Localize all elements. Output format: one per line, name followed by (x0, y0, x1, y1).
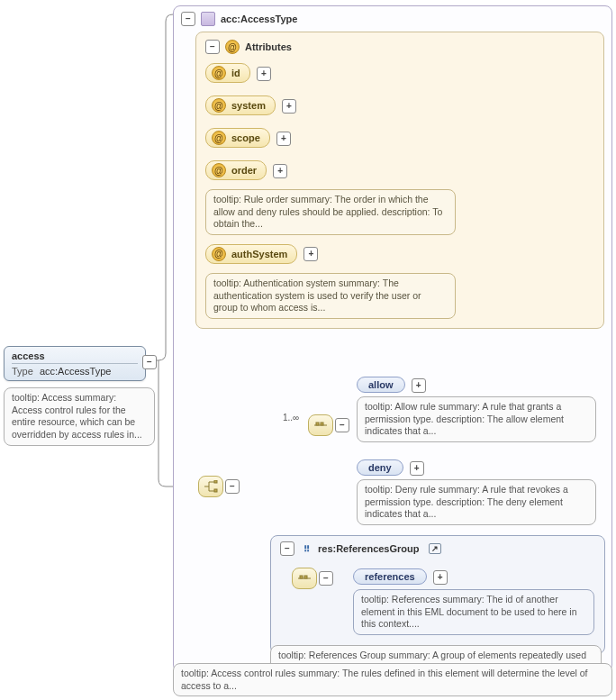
refgroup-title: res:ReferencesGroup (318, 543, 420, 554)
expand-icon[interactable]: + (273, 164, 287, 178)
expand-icon[interactable]: + (412, 378, 426, 393)
element-allow[interactable]: allow (357, 377, 405, 393)
tooltip-authsystem: tooltip: Authentication system summary: … (205, 273, 456, 319)
tooltip-accesstype: tooltip: Access control rules summary: T… (173, 663, 612, 696)
attribute-icon: @ (212, 131, 226, 145)
attr-chip[interactable]: @ scope (205, 128, 270, 148)
attributes-header: Attributes (245, 41, 292, 52)
attr-chip[interactable]: @ order (205, 160, 267, 180)
attribute-icon: @ (212, 66, 226, 80)
attribute-icon: @ (212, 98, 226, 113)
sequence-compositor[interactable] (292, 568, 317, 589)
svg-rect-0 (214, 480, 217, 483)
attribute-system: @ system + (205, 95, 594, 119)
element-deny[interactable]: deny (357, 459, 403, 476)
element-references[interactable]: references (353, 568, 427, 585)
tooltip-access: tooltip: Access summary: Access control … (4, 387, 155, 446)
tooltip-order: tooltip: Rule order summary: The order i… (205, 189, 456, 235)
choice-compositor[interactable] (198, 476, 223, 497)
attr-name: order (231, 165, 257, 176)
svg-rect-1 (214, 489, 217, 492)
attribute-group-icon: @ (225, 40, 240, 54)
expand-icon[interactable]: + (276, 132, 291, 146)
expand-icon[interactable]: + (257, 67, 271, 81)
collapse-icon[interactable]: − (335, 418, 349, 432)
el-name: allow (368, 379, 394, 390)
svg-rect-2 (316, 423, 319, 425)
complextype-icon (201, 12, 215, 26)
collapse-icon[interactable]: − (205, 40, 220, 54)
expand-icon[interactable]: + (433, 570, 448, 585)
collapse-icon[interactable]: − (319, 571, 333, 586)
group-icon: ⠿ (300, 542, 313, 555)
attr-name: authSystem (231, 249, 287, 259)
type-value: acc:AccessType (40, 366, 111, 377)
panel-title: acc:AccessType (221, 14, 297, 24)
sequence-compositor[interactable] (308, 414, 333, 436)
element-access[interactable]: access Type acc:AccessType (4, 346, 146, 381)
attribute-order: @ order + (205, 160, 594, 184)
collapse-icon[interactable]: − (225, 479, 240, 494)
collapse-icon[interactable]: − (280, 541, 294, 556)
svg-rect-5 (304, 576, 307, 578)
attribute-scope: @ scope + (205, 128, 594, 151)
tooltip-deny: tooltip: Deny rule summary: A rule that … (357, 479, 596, 525)
attribute-icon: @ (212, 163, 226, 177)
attribute-id: @ id + (205, 63, 594, 86)
attribute-icon: @ (212, 247, 226, 261)
collapse-icon[interactable]: − (181, 12, 195, 26)
attr-chip[interactable]: @ authSystem (205, 244, 297, 264)
tooltip-allow: tooltip: Allow rule summary: A rule that… (357, 396, 596, 442)
attr-name: scope (231, 132, 260, 143)
svg-rect-3 (321, 423, 323, 425)
occurrence-label: 1..∞ (283, 413, 299, 423)
collapse-icon[interactable]: − (142, 355, 157, 369)
popout-icon[interactable]: ↗ (429, 543, 441, 554)
attributes-panel: − @ Attributes @ id + @ system + @ scope… (195, 32, 604, 329)
svg-rect-4 (300, 576, 303, 578)
attr-name: system (231, 100, 266, 111)
expand-icon[interactable]: + (282, 99, 296, 114)
attr-name: id (231, 68, 240, 78)
attr-chip[interactable]: @ id (205, 63, 250, 83)
element-name: access (12, 350, 138, 364)
type-label: Type (12, 366, 33, 377)
expand-icon[interactable]: + (303, 247, 318, 261)
el-name: deny (368, 462, 392, 473)
tooltip-references: tooltip: References summary: The id of a… (353, 589, 594, 635)
attribute-authsystem: @ authSystem + (205, 244, 594, 268)
attr-chip[interactable]: @ system (205, 95, 276, 115)
el-name: references (365, 571, 415, 582)
expand-icon[interactable]: + (410, 461, 424, 476)
